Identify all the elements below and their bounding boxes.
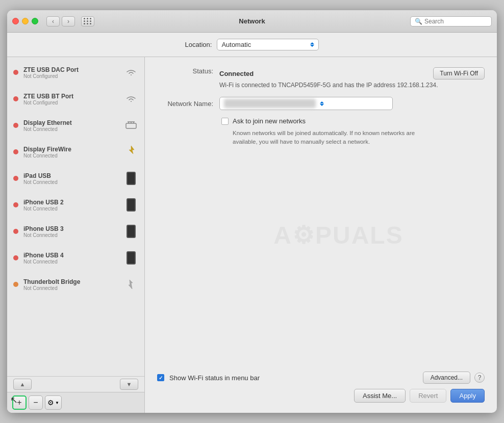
apps-button[interactable] <box>81 16 94 27</box>
plus-icon: + <box>17 398 21 407</box>
network-window: ‹ › Network 🔍 Location: Automatic <box>7 10 497 413</box>
search-bar[interactable]: 🔍 <box>410 16 492 27</box>
spinner-down-icon <box>310 45 314 47</box>
item-name-8: Thunderbolt Bridge <box>23 278 119 285</box>
spinner-up-icon <box>310 42 314 44</box>
scroll-up-button[interactable]: ▲ <box>13 379 32 390</box>
network-name-blurred <box>224 99 316 108</box>
back-button[interactable]: ‹ <box>46 16 60 27</box>
assist-me-button[interactable]: Assist Me... <box>354 389 406 403</box>
iphone-icon-7 <box>127 251 136 265</box>
sidebar-item-8[interactable]: Thunderbolt Bridge Not Connected <box>7 271 144 298</box>
sidebar-item-0[interactable]: ZTE USB DAC Port Not Configured <box>7 59 144 86</box>
svg-rect-0 <box>126 123 136 128</box>
turn-wifi-button[interactable]: Turn Wi-Fi Off <box>433 67 485 80</box>
location-spinner[interactable] <box>310 42 314 47</box>
advanced-button[interactable]: Advanced... <box>423 372 470 384</box>
sidebar-item-2[interactable]: Display Ethernet Not Connected <box>7 112 144 139</box>
iphone-icon-6 <box>127 225 136 238</box>
iphone-icon-5 <box>127 198 136 211</box>
apps-grid-icon <box>84 18 92 24</box>
item-name-5: iPhone USB 2 <box>23 199 119 206</box>
minus-icon: − <box>33 398 38 407</box>
location-label: Location: <box>185 41 212 48</box>
item-text-0: ZTE USB DAC Port Not Configured <box>23 66 119 79</box>
item-status-4: Not Connected <box>23 179 119 185</box>
bottom-area: Show Wi-Fi status in menu bar Advanced..… <box>157 366 485 405</box>
gear-menu-button[interactable]: ⚙ ▼ <box>45 395 62 410</box>
item-name-2: Display Ethernet <box>23 119 119 126</box>
status-desc: Wi-Fi is connected to TNCAPD5459F-5G and… <box>219 81 485 90</box>
item-status-5: Not Connected <box>23 206 119 211</box>
sidebar-list: ZTE USB DAC Port Not Configured <box>7 57 144 376</box>
iphone-icon-4 <box>127 172 136 185</box>
status-row: Status: Connected Turn Wi-Fi Off Wi-Fi i… <box>157 67 485 90</box>
wifi-icon <box>125 68 137 76</box>
sidebar-item-5[interactable]: iPhone USB 2 Not Connected <box>7 192 144 218</box>
location-bar: Location: Automatic <box>7 33 497 57</box>
status-dot-8 <box>13 282 18 287</box>
show-wifi-checkbox[interactable] <box>157 374 164 381</box>
thunderbolt-icon <box>125 279 137 290</box>
maximize-button[interactable] <box>32 18 38 24</box>
item-icon-7 <box>124 251 138 265</box>
forward-button[interactable]: › <box>62 16 75 27</box>
minimize-button[interactable] <box>22 18 29 24</box>
show-wifi-label: Show Wi-Fi status in menu bar <box>169 374 260 382</box>
show-wifi-row: Show Wi-Fi status in menu bar Advanced..… <box>157 372 485 384</box>
item-icon-1 <box>124 92 138 106</box>
apply-button[interactable]: Apply <box>450 389 485 403</box>
item-icon-8 <box>124 277 138 292</box>
sidebar-item-1[interactable]: ZTE USB BT Port Not Configured <box>7 86 144 112</box>
item-name-1: ZTE USB BT Port <box>23 93 119 100</box>
location-value: Automatic <box>221 41 307 48</box>
main-content: ZTE USB DAC Port Not Configured <box>7 57 497 413</box>
ask-join-checkbox[interactable] <box>221 118 229 125</box>
item-text-1: ZTE USB BT Port Not Configured <box>23 93 119 105</box>
sidebar-item-3[interactable]: Display FireWire Not Connected <box>7 139 144 165</box>
network-spinner-up <box>320 101 324 103</box>
firewire-icon <box>125 145 137 159</box>
item-text-2: Display Ethernet Not Connected <box>23 119 119 132</box>
status-info: Connected Turn Wi-Fi Off Wi-Fi is connec… <box>219 67 485 90</box>
sidebar-item-7[interactable]: iPhone USB 4 Not Connected <box>7 245 144 271</box>
network-name-select[interactable] <box>219 97 393 110</box>
network-spinner-down <box>320 104 324 106</box>
status-dot-6 <box>13 229 18 234</box>
item-name-3: Display FireWire <box>23 146 119 153</box>
window-title: Network <box>239 17 265 25</box>
status-dot-1 <box>13 96 18 101</box>
status-dot-3 <box>13 149 18 154</box>
item-icon-2 <box>124 118 138 133</box>
item-icon-3 <box>124 145 138 159</box>
search-icon: 🔍 <box>415 18 422 25</box>
item-status-7: Not Connected <box>23 259 119 265</box>
network-name-spinner[interactable] <box>320 101 324 106</box>
nav-buttons: ‹ › <box>46 16 75 27</box>
close-button[interactable] <box>12 18 19 24</box>
advanced-row: Advanced... ? <box>423 372 485 384</box>
item-icon-5 <box>124 198 138 212</box>
ask-join-desc: Known networks will be joined automatica… <box>221 129 425 147</box>
revert-button[interactable]: Revert <box>410 389 446 403</box>
add-network-button[interactable]: + <box>12 395 27 410</box>
item-text-7: iPhone USB 4 Not Connected <box>23 252 119 265</box>
item-name-0: ZTE USB DAC Port <box>23 66 119 73</box>
watermark: A⚙PUALS <box>273 221 403 249</box>
detail-panel: A⚙PUALS Status: Connected Turn Wi-Fi Off… <box>145 57 497 413</box>
network-name-row: Network Name: <box>157 97 485 110</box>
help-button[interactable]: ? <box>474 373 485 383</box>
search-input[interactable] <box>424 18 487 25</box>
ask-join-checkbox-line: Ask to join new networks <box>221 117 306 125</box>
scroll-down-button[interactable]: ▼ <box>120 379 138 390</box>
status-dot-5 <box>13 202 18 207</box>
item-text-4: iPad USB Not Connected <box>23 172 119 185</box>
sidebar-item-4[interactable]: iPad USB Not Connected <box>7 165 144 192</box>
sidebar-item-6[interactable]: iPhone USB 3 Not Connected <box>7 218 144 245</box>
sidebar-toolbar: + − ⚙ ▼ ↖ Select the '+' button <box>7 392 144 413</box>
location-select[interactable]: Automatic <box>217 39 319 50</box>
item-name-7: iPhone USB 4 <box>23 252 119 259</box>
item-name-4: iPad USB <box>23 172 119 179</box>
sidebar-scroll-arrows: ▲ ▼ <box>7 376 144 392</box>
remove-network-button[interactable]: − <box>29 395 43 410</box>
